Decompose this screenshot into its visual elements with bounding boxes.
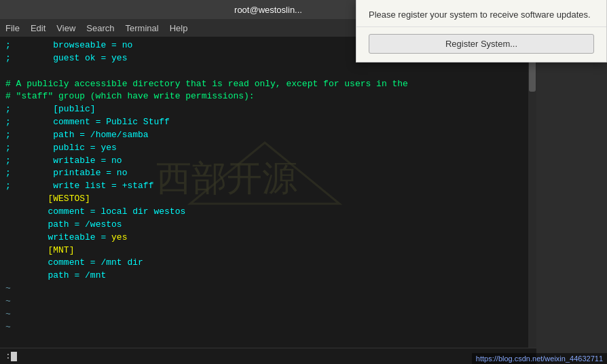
terminal-statusbar: : (0, 348, 536, 364)
terminal-code: ; browseable = no ; guest ok = yes # A p… (5, 39, 531, 333)
vim-status: : (5, 351, 17, 361)
url-text: https://blog.csdn.net/weixin_44632711 (476, 354, 603, 363)
terminal-content[interactable]: ; browseable = no ; guest ok = yes # A p… (0, 37, 536, 348)
terminal-title: root@westoslin... (234, 5, 302, 15)
menu-search[interactable]: Search (86, 23, 114, 33)
menu-view[interactable]: View (56, 23, 75, 33)
url-bar: https://blog.csdn.net/weixin_44632711 (472, 353, 607, 364)
menu-terminal[interactable]: Terminal (126, 23, 159, 33)
menu-file[interactable]: File (5, 23, 20, 33)
register-popup: Please register your system to receive s… (356, 0, 607, 62)
menu-edit[interactable]: Edit (31, 23, 45, 33)
register-button[interactable]: Register System... (369, 34, 594, 54)
popup-message: Please register your system to receive s… (356, 0, 606, 27)
scrollbar[interactable] (528, 37, 536, 348)
menu-help[interactable]: Help (170, 23, 188, 33)
